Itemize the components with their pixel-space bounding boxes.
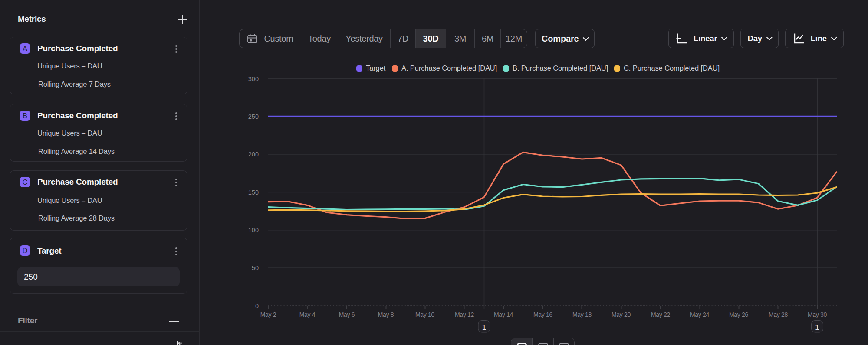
svg-text:May 16: May 16 (533, 311, 553, 318)
svg-text:0: 0 (255, 303, 259, 309)
svg-text:May 10: May 10 (415, 311, 435, 318)
svg-text:May 8: May 8 (378, 311, 394, 318)
svg-text:May 12: May 12 (455, 311, 474, 318)
svg-text:1: 1 (815, 323, 819, 332)
svg-text:300: 300 (248, 75, 259, 82)
svg-text:May 4: May 4 (299, 311, 316, 318)
svg-text:250: 250 (248, 113, 259, 120)
svg-text:200: 200 (248, 151, 259, 158)
svg-text:May 18: May 18 (572, 311, 592, 318)
svg-text:May 24: May 24 (690, 311, 710, 318)
svg-text:May 22: May 22 (651, 311, 671, 318)
svg-text:May 30: May 30 (808, 311, 827, 318)
svg-text:150: 150 (248, 189, 259, 196)
svg-text:May 14: May 14 (494, 311, 513, 318)
svg-text:50: 50 (252, 264, 259, 271)
svg-text:May 6: May 6 (339, 311, 355, 318)
svg-text:May 2: May 2 (260, 311, 276, 318)
svg-text:100: 100 (248, 227, 259, 234)
svg-text:May 28: May 28 (769, 311, 788, 318)
svg-text:May 26: May 26 (729, 311, 749, 318)
svg-text:1: 1 (482, 323, 486, 332)
svg-text:May 20: May 20 (612, 311, 631, 318)
